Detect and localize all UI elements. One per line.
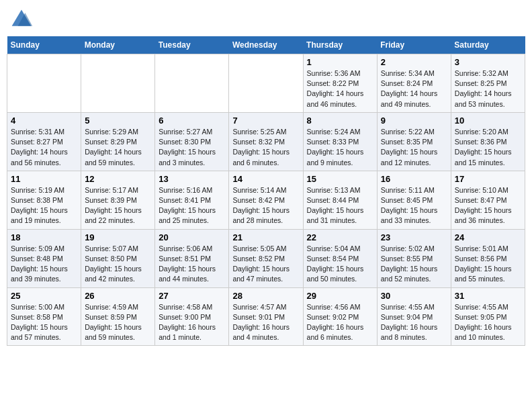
day-info: Sunrise: 5:04 AM Sunset: 8:54 PM Dayligh… [307,244,373,285]
day-info: Sunrise: 5:19 AM Sunset: 8:38 PM Dayligh… [11,185,77,226]
day-info: Sunrise: 5:10 AM Sunset: 8:47 PM Dayligh… [455,185,521,226]
day-number: 17 [455,174,521,184]
calendar-cell: 18Sunrise: 5:09 AM Sunset: 8:48 PM Dayli… [7,229,81,287]
day-number: 5 [85,116,151,126]
weekday-header: Saturday [451,36,525,54]
day-number: 18 [11,232,77,242]
day-info: Sunrise: 5:22 AM Sunset: 8:35 PM Dayligh… [381,127,447,168]
calendar-week-row: 25Sunrise: 5:00 AM Sunset: 8:58 PM Dayli… [7,287,525,346]
calendar-cell [155,54,229,113]
day-info: Sunrise: 5:27 AM Sunset: 8:30 PM Dayligh… [159,127,225,168]
day-number: 16 [381,174,447,184]
day-info: Sunrise: 5:29 AM Sunset: 8:29 PM Dayligh… [85,127,151,168]
day-info: Sunrise: 5:14 AM Sunset: 8:42 PM Dayligh… [232,185,299,226]
day-info: Sunrise: 5:13 AM Sunset: 8:44 PM Dayligh… [307,185,373,226]
logo [9,7,36,31]
day-number: 23 [381,232,447,242]
calendar-cell: 15Sunrise: 5:13 AM Sunset: 8:44 PM Dayli… [303,171,377,229]
calendar-cell: 16Sunrise: 5:11 AM Sunset: 8:45 PM Dayli… [377,171,451,229]
calendar-cell: 12Sunrise: 5:17 AM Sunset: 8:39 PM Dayli… [81,171,155,229]
day-info: Sunrise: 5:02 AM Sunset: 8:55 PM Dayligh… [381,244,447,285]
calendar-cell: 11Sunrise: 5:19 AM Sunset: 8:38 PM Dayli… [7,171,81,229]
day-number: 29 [307,291,373,301]
day-info: Sunrise: 5:16 AM Sunset: 8:41 PM Dayligh… [159,185,225,226]
day-number: 12 [85,174,151,184]
day-info: Sunrise: 5:25 AM Sunset: 8:32 PM Dayligh… [232,127,299,168]
day-info: Sunrise: 4:55 AM Sunset: 9:05 PM Dayligh… [455,302,521,343]
day-info: Sunrise: 5:01 AM Sunset: 8:56 PM Dayligh… [455,244,521,285]
day-number: 9 [381,116,447,126]
day-info: Sunrise: 4:58 AM Sunset: 9:00 PM Dayligh… [159,302,225,343]
day-info: Sunrise: 4:57 AM Sunset: 9:01 PM Dayligh… [232,302,299,343]
calendar-cell: 27Sunrise: 4:58 AM Sunset: 9:00 PM Dayli… [155,287,229,346]
weekday-header: Wednesday [229,36,303,54]
day-number: 21 [232,232,299,242]
calendar-cell: 9Sunrise: 5:22 AM Sunset: 8:35 PM Daylig… [377,112,451,171]
day-info: Sunrise: 5:20 AM Sunset: 8:36 PM Dayligh… [455,127,521,168]
day-number: 24 [455,232,521,242]
calendar-cell [81,54,155,113]
day-number: 11 [11,174,77,184]
day-info: Sunrise: 4:59 AM Sunset: 8:59 PM Dayligh… [85,302,151,343]
weekday-header-row: SundayMondayTuesdayWednesdayThursdayFrid… [7,36,525,54]
day-info: Sunrise: 4:55 AM Sunset: 9:04 PM Dayligh… [381,302,447,343]
calendar-week-row: 1Sunrise: 5:36 AM Sunset: 8:22 PM Daylig… [7,54,525,113]
day-info: Sunrise: 5:32 AM Sunset: 8:25 PM Dayligh… [455,68,521,109]
calendar-table: SundayMondayTuesdayWednesdayThursdayFrid… [7,36,525,346]
calendar-cell: 24Sunrise: 5:01 AM Sunset: 8:56 PM Dayli… [451,229,525,287]
day-number: 10 [455,116,521,126]
calendar-cell: 22Sunrise: 5:04 AM Sunset: 8:54 PM Dayli… [303,229,377,287]
page-header [7,7,525,31]
day-info: Sunrise: 5:00 AM Sunset: 8:58 PM Dayligh… [11,302,77,343]
calendar-cell: 19Sunrise: 5:07 AM Sunset: 8:50 PM Dayli… [81,229,155,287]
weekday-header: Monday [81,36,155,54]
calendar-cell: 23Sunrise: 5:02 AM Sunset: 8:55 PM Dayli… [377,229,451,287]
calendar-cell: 8Sunrise: 5:24 AM Sunset: 8:33 PM Daylig… [303,112,377,171]
day-number: 31 [455,291,521,301]
calendar-cell: 2Sunrise: 5:34 AM Sunset: 8:24 PM Daylig… [377,54,451,113]
day-number: 19 [85,232,151,242]
calendar-cell: 30Sunrise: 4:55 AM Sunset: 9:04 PM Dayli… [377,287,451,346]
day-info: Sunrise: 5:06 AM Sunset: 8:51 PM Dayligh… [159,244,225,285]
logo-icon [9,7,34,31]
day-number: 7 [232,116,299,126]
calendar-cell: 5Sunrise: 5:29 AM Sunset: 8:29 PM Daylig… [81,112,155,171]
day-number: 26 [85,291,151,301]
calendar-cell: 31Sunrise: 4:55 AM Sunset: 9:05 PM Dayli… [451,287,525,346]
calendar-cell [229,54,303,113]
day-number: 28 [232,291,299,301]
day-info: Sunrise: 5:05 AM Sunset: 8:52 PM Dayligh… [232,244,299,285]
day-info: Sunrise: 5:07 AM Sunset: 8:50 PM Dayligh… [85,244,151,285]
day-info: Sunrise: 5:36 AM Sunset: 8:22 PM Dayligh… [307,68,373,109]
day-number: 25 [11,291,77,301]
calendar-week-row: 11Sunrise: 5:19 AM Sunset: 8:38 PM Dayli… [7,171,525,229]
day-number: 6 [159,116,225,126]
calendar-cell: 21Sunrise: 5:05 AM Sunset: 8:52 PM Dayli… [229,229,303,287]
calendar-cell [7,54,81,113]
day-number: 3 [455,57,521,67]
day-info: Sunrise: 5:17 AM Sunset: 8:39 PM Dayligh… [85,185,151,226]
day-info: Sunrise: 5:31 AM Sunset: 8:27 PM Dayligh… [11,127,77,168]
day-info: Sunrise: 5:34 AM Sunset: 8:24 PM Dayligh… [381,68,447,109]
calendar-week-row: 18Sunrise: 5:09 AM Sunset: 8:48 PM Dayli… [7,229,525,287]
day-number: 13 [159,174,225,184]
calendar-cell: 3Sunrise: 5:32 AM Sunset: 8:25 PM Daylig… [451,54,525,113]
day-info: Sunrise: 5:11 AM Sunset: 8:45 PM Dayligh… [381,185,447,226]
calendar-cell: 6Sunrise: 5:27 AM Sunset: 8:30 PM Daylig… [155,112,229,171]
calendar-cell: 13Sunrise: 5:16 AM Sunset: 8:41 PM Dayli… [155,171,229,229]
day-info: Sunrise: 4:56 AM Sunset: 9:02 PM Dayligh… [307,302,373,343]
day-number: 20 [159,232,225,242]
day-number: 30 [381,291,447,301]
calendar-cell: 17Sunrise: 5:10 AM Sunset: 8:47 PM Dayli… [451,171,525,229]
calendar-cell: 28Sunrise: 4:57 AM Sunset: 9:01 PM Dayli… [229,287,303,346]
day-info: Sunrise: 5:09 AM Sunset: 8:48 PM Dayligh… [11,244,77,285]
calendar-cell: 25Sunrise: 5:00 AM Sunset: 8:58 PM Dayli… [7,287,81,346]
day-number: 22 [307,232,373,242]
day-number: 2 [381,57,447,67]
calendar-cell: 4Sunrise: 5:31 AM Sunset: 8:27 PM Daylig… [7,112,81,171]
calendar-cell: 26Sunrise: 4:59 AM Sunset: 8:59 PM Dayli… [81,287,155,346]
calendar-cell: 14Sunrise: 5:14 AM Sunset: 8:42 PM Dayli… [229,171,303,229]
day-number: 15 [307,174,373,184]
calendar-cell: 29Sunrise: 4:56 AM Sunset: 9:02 PM Dayli… [303,287,377,346]
weekday-header: Thursday [303,36,377,54]
